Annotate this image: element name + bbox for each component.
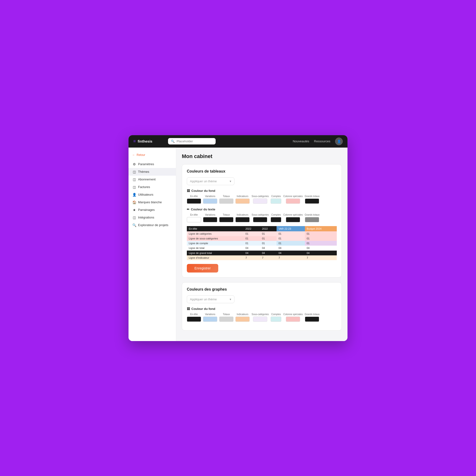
g-swatch-colspeciales[interactable]: [286, 317, 300, 322]
sidebar-label-parametres: Paramètres: [138, 162, 154, 166]
swatch-entete-text[interactable]: [187, 217, 201, 222]
color-col-colspeciales-bg: Colonne spéciales: [283, 195, 303, 204]
preview-header-2022b: 2022: [260, 226, 276, 231]
sidebar-label-abonnement: Abonnement: [138, 178, 156, 181]
sidebar-label-explorateur: Explorateur de projets: [138, 223, 168, 227]
g-color-col-colspeciales: Colonne spéciales: [283, 313, 303, 322]
g-swatch-souscats[interactable]: [253, 317, 267, 322]
g-color-col-comptes: Comptes: [271, 313, 281, 322]
top-nav: ≡ finthesis 🔍 Nouveautés Ressources 👤: [129, 135, 347, 148]
app-window: ≡ finthesis 🔍 Nouveautés Ressources 👤 ← …: [129, 135, 347, 341]
nav-link-ressources[interactable]: Ressources: [314, 139, 330, 143]
preview-header-entete: En-tête: [187, 226, 243, 231]
swatch-entete-bg[interactable]: [187, 199, 201, 204]
chevron-down-icon-2: ▾: [230, 298, 231, 301]
search2-icon: 🔍: [132, 223, 136, 227]
back-label: Retour: [136, 153, 145, 157]
g-swatch-variations[interactable]: [203, 317, 217, 322]
back-arrow-icon: ←: [132, 153, 135, 157]
color-col-indicateurs-bg: Indicateurs: [235, 195, 250, 204]
sidebar-item-factures[interactable]: ◫ Factures: [129, 183, 176, 191]
table-row: Ligne de total 04 04 04 04: [187, 246, 337, 251]
star-icon: ★: [132, 208, 136, 212]
swatch-variations-bg[interactable]: [203, 199, 217, 204]
swatch-colspeciales-bg[interactable]: [286, 199, 300, 204]
app-name: finthesis: [138, 139, 153, 143]
gear-icon: ⚙: [132, 162, 136, 166]
main-layout: ← Retour ⚙ Paramètres ◫ Thèmes ◫ Abonnem…: [129, 148, 347, 341]
graphes-section: Couleurs des graphes Appliquer un thème …: [182, 282, 342, 331]
swatch-indicateurs-bg[interactable]: [235, 199, 250, 204]
sidebar: ← Retour ⚙ Paramètres ◫ Thèmes ◫ Abonnem…: [129, 148, 176, 341]
swatch-grandstotaux-text[interactable]: [305, 217, 319, 222]
g-swatch-indicateurs[interactable]: [235, 317, 250, 322]
themes-icon: ◫: [132, 170, 136, 174]
search-bar[interactable]: 🔍: [168, 138, 216, 144]
g-swatch-grandstotaux[interactable]: [305, 317, 319, 322]
theme-select-tableaux[interactable]: Appliquer un thème ▾: [187, 177, 235, 185]
sidebar-item-marques-blanche[interactable]: 🏠 Marques blanche: [129, 199, 176, 206]
color-col-grandstotaux-bg: Grands totaux: [305, 195, 320, 204]
sidebar-item-parametres[interactable]: ⚙ Paramètres: [129, 160, 176, 168]
tableaux-section: Couleurs de tableaux Appliquer un thème …: [182, 164, 342, 277]
factures-icon: ◫: [132, 185, 136, 189]
color-col-souscats-bg: Sous-catégories: [252, 195, 269, 204]
swatch-colspeciales-text[interactable]: [286, 217, 300, 222]
g-color-col-indicateurs: Indicateurs: [235, 313, 250, 322]
swatch-souscats-bg[interactable]: [253, 199, 267, 204]
graphes-bg-color-columns: En-tête Variations Totaux Indicateurs: [187, 313, 337, 322]
g-color-col-variations: Variations: [203, 313, 217, 322]
sidebar-label-parrainages: Parrainages: [138, 208, 155, 212]
g-swatch-comptes[interactable]: [271, 317, 281, 322]
sidebar-item-abonnement[interactable]: ◫ Abonnement: [129, 176, 176, 183]
swatch-totaux-text[interactable]: [219, 217, 234, 222]
color-col-totaux-text: Totaux: [219, 214, 234, 222]
swatch-souscats-text[interactable]: [253, 217, 267, 222]
color-col-variations-text: Variations: [203, 214, 217, 222]
text-color-title: ✏ Couleur du texte: [187, 207, 337, 211]
page-title: Mon cabinet: [182, 153, 342, 159]
sidebar-item-utilisateurs[interactable]: 👤 Utilisateurs: [129, 191, 176, 199]
save-button[interactable]: Enregistrer: [187, 264, 218, 272]
sidebar-item-themes[interactable]: ◫ Thèmes: [129, 168, 176, 176]
g-color-col-souscats: Sous-catégories: [252, 313, 269, 322]
sidebar-label-themes: Thèmes: [138, 170, 149, 173]
g-swatch-totaux[interactable]: [219, 317, 234, 322]
back-link[interactable]: ← Retour: [129, 151, 176, 158]
swatch-comptes-bg[interactable]: [271, 199, 281, 204]
table-row: Ligne de catégories 01 01 01 01: [187, 231, 337, 236]
search-input[interactable]: [177, 139, 210, 143]
graphes-title: Couleurs des graphes: [187, 287, 337, 291]
pencil-icon: ✏: [187, 207, 189, 211]
image-icon: 🖼: [187, 189, 190, 192]
preview-header-budget: Budget 2024: [305, 226, 337, 231]
avatar-button[interactable]: 👤: [335, 137, 343, 145]
logo-icon: ≡: [133, 139, 136, 144]
logo: ≡ finthesis: [133, 139, 164, 144]
swatch-comptes-text[interactable]: [271, 217, 281, 222]
theme-placeholder: Appliquer un thème: [190, 179, 217, 183]
swatch-variations-text[interactable]: [203, 217, 217, 222]
sidebar-label-utilisateurs: Utilisateurs: [138, 193, 153, 196]
color-col-grandstotaux-text: Grands totaux: [305, 214, 320, 222]
swatch-grandstotaux-bg[interactable]: [305, 199, 319, 204]
theme-select-graphes[interactable]: Appliquer un thème ▾: [187, 295, 235, 303]
color-col-colspeciales-text: Colonne spéciales: [283, 214, 303, 222]
swatch-indicateurs-text[interactable]: [235, 217, 250, 222]
swatch-totaux-bg[interactable]: [219, 199, 234, 204]
table-row: Ligne de compte 01 01 01 01: [187, 241, 337, 246]
bg-color-columns: En-tête Variations Totaux Indicateurs: [187, 195, 337, 204]
sidebar-item-integrations[interactable]: ◫ Intégrations: [129, 214, 176, 221]
g-swatch-entete[interactable]: [187, 317, 201, 322]
sidebar-item-explorateur[interactable]: 🔍 Explorateur de projets: [129, 221, 176, 229]
color-col-variations-bg: Variations: [203, 195, 217, 204]
table-row: Ligne d'indicateur 7 7 7 7: [187, 255, 337, 260]
table-row: Ligne de grand total 04 04 04 04: [187, 250, 337, 255]
color-col-totaux-bg: Totaux: [219, 195, 234, 204]
g-color-col-totaux: Totaux: [219, 313, 234, 322]
sidebar-item-parrainages[interactable]: ★ Parrainages: [129, 206, 176, 214]
table-row: Ligne de sous-catégories 01 01 01 01: [187, 236, 337, 241]
color-col-entete-text: En-tête: [187, 214, 201, 222]
graphes-theme-placeholder: Appliquer un thème: [190, 298, 217, 301]
nav-link-nouveautes[interactable]: Nouveautés: [293, 139, 309, 143]
